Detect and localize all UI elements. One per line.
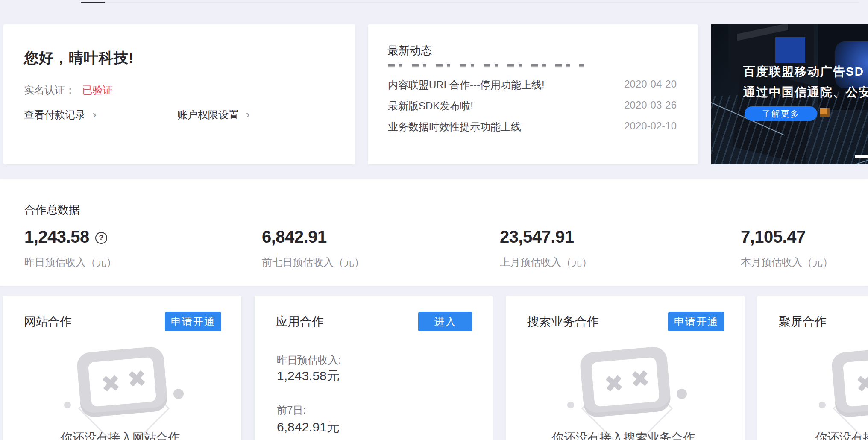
- news-title: 最新动态: [387, 43, 432, 58]
- news-item-date: 2020-03-26: [624, 99, 677, 111]
- news-item-text[interactable]: 内容联盟URL合作---停用功能上线!: [388, 78, 545, 92]
- banner-title-line1: 百度联盟移动广告SD: [743, 64, 864, 80]
- tv-screen: [591, 357, 659, 407]
- tv-screen: [88, 357, 156, 407]
- greeting-title: 您好，晴叶科技!: [24, 48, 134, 68]
- enter-button[interactable]: 进入: [418, 312, 472, 331]
- apply-open-button[interactable]: 申请开通: [165, 312, 221, 331]
- news-item-partial: [388, 64, 584, 68]
- x-eye-icon: [856, 374, 868, 393]
- auth-status-badge: 已验证: [82, 84, 113, 96]
- empty-state-illustration: [574, 349, 677, 439]
- card-title: 网站合作: [24, 314, 72, 330]
- last7-income-label: 前7日:: [277, 403, 306, 417]
- promo-banner[interactable]: 百度联盟移动广告SD 通过中国信通院、公安 了解更多: [711, 24, 868, 164]
- card-title: 聚屏合作: [779, 314, 827, 330]
- banner-decor-cube: [820, 108, 830, 117]
- stat-label: 昨日预估收入（元）: [24, 255, 117, 269]
- greeting-card: 您好，晴叶科技! 实名认证： 已验证 查看付款记录 › 账户权限设置 ›: [3, 24, 355, 164]
- account-permission-link[interactable]: 账户权限设置 ›: [177, 108, 249, 122]
- tv-icon: [830, 346, 868, 418]
- stat-label: 本月预估收入（元）: [741, 255, 833, 269]
- stat-value: 7,105.47: [741, 227, 806, 246]
- tv-icon: [76, 346, 168, 418]
- carousel-indicator[interactable]: [855, 155, 868, 158]
- stat-last7days: 6,842.91 前七日预估收入（元）: [262, 227, 467, 246]
- account-permission-label: 账户权限设置: [177, 109, 239, 120]
- payment-records-link[interactable]: 查看付款记录 ›: [24, 108, 96, 122]
- tv-icon: [579, 346, 671, 418]
- auth-label: 实名认证：: [24, 84, 75, 96]
- decor-dot: [819, 402, 826, 408]
- yesterday-income-label: 昨日预估收入:: [277, 353, 341, 367]
- stats-title: 合作总数据: [24, 202, 80, 217]
- empty-state-illustration: [71, 349, 173, 439]
- chevron-right-icon: ›: [246, 108, 250, 121]
- app-coop-card: 应用合作 进入 昨日预估收入: 1,243.58元 前7日: 6,842.91元: [255, 296, 493, 440]
- auth-row: 实名认证： 已验证: [24, 83, 113, 97]
- empty-state-illustration: [826, 349, 868, 439]
- banner-learn-more-button[interactable]: 了解更多: [745, 106, 817, 121]
- stat-label: 上月预估收入（元）: [500, 255, 592, 269]
- stat-value: 6,842.91: [262, 227, 327, 246]
- news-item[interactable]: 最新版SDK发布啦! 2020-03-26: [388, 99, 677, 113]
- tv-screen: [842, 357, 868, 407]
- stat-value: 23,547.91: [500, 227, 574, 246]
- news-item-date: 2020-02-10: [624, 120, 677, 132]
- news-item[interactable]: 业务数据时效性提示功能上线 2020-02-10: [388, 120, 677, 134]
- decor-dot: [173, 389, 184, 399]
- stat-label: 前七日预估收入（元）: [262, 255, 364, 269]
- x-eye-icon: [127, 369, 147, 388]
- payment-records-label: 查看付款记录: [24, 109, 85, 120]
- x-eye-icon: [630, 369, 650, 388]
- decor-dot: [677, 389, 687, 399]
- x-eye-icon: [604, 374, 624, 393]
- news-card: 最新动态 内容联盟URL合作---停用功能上线! 2020-04-20 最新版S…: [368, 24, 698, 164]
- help-icon[interactable]: ?: [95, 232, 107, 244]
- x-eye-icon: [101, 374, 120, 393]
- website-coop-card: 网站合作 申请开通 你还没有接入网站合作,: [3, 296, 241, 440]
- apply-open-button[interactable]: 申请开通: [668, 312, 724, 331]
- stat-this-month: 7,105.47 本月预估收入（元）: [741, 227, 868, 246]
- card-title: 应用合作: [276, 314, 324, 330]
- empty-state-text: 你还没有接入网站合作,: [3, 430, 241, 440]
- stat-value: 1,243.58: [24, 227, 89, 246]
- juping-coop-card: 聚屏合作 你还没有接入聚屏合作,: [757, 296, 868, 440]
- news-item-text[interactable]: 业务数据时效性提示功能上线: [388, 120, 521, 134]
- news-item[interactable]: 内容联盟URL合作---停用功能上线! 2020-04-20: [388, 78, 677, 92]
- last7-income-value: 6,842.91元: [277, 419, 340, 436]
- stats-section: 合作总数据 1,243.58? 昨日预估收入（元） 6,842.91 前七日预估…: [0, 179, 868, 286]
- search-coop-card: 搜索业务合作 申请开通 你还没有接入搜索业务合作,: [506, 296, 745, 440]
- empty-state-text: 你还没有接入聚屏合作,: [757, 430, 868, 440]
- banner-title-line2: 通过中国信通院、公安: [743, 84, 868, 100]
- progress-thumb[interactable]: [81, 2, 105, 3]
- banner-decor-block: [775, 37, 805, 63]
- stat-yesterday: 1,243.58? 昨日预估收入（元）: [24, 227, 229, 246]
- progress-track[interactable]: [81, 2, 859, 3]
- empty-state-text: 你还没有接入搜索业务合作,: [506, 430, 745, 440]
- greeting-links: 查看付款记录 › 账户权限设置 ›: [3, 108, 355, 122]
- news-item-date: 2020-04-20: [624, 78, 677, 90]
- decor-dot: [64, 402, 71, 408]
- decor-dot: [567, 402, 574, 408]
- card-title: 搜索业务合作: [527, 314, 599, 330]
- news-item-text[interactable]: 最新版SDK发布啦!: [388, 99, 473, 113]
- chevron-right-icon: ›: [93, 108, 97, 121]
- yesterday-income-value: 1,243.58元: [277, 367, 340, 385]
- stat-last-month: 23,547.91 上月预估收入（元）: [500, 227, 705, 246]
